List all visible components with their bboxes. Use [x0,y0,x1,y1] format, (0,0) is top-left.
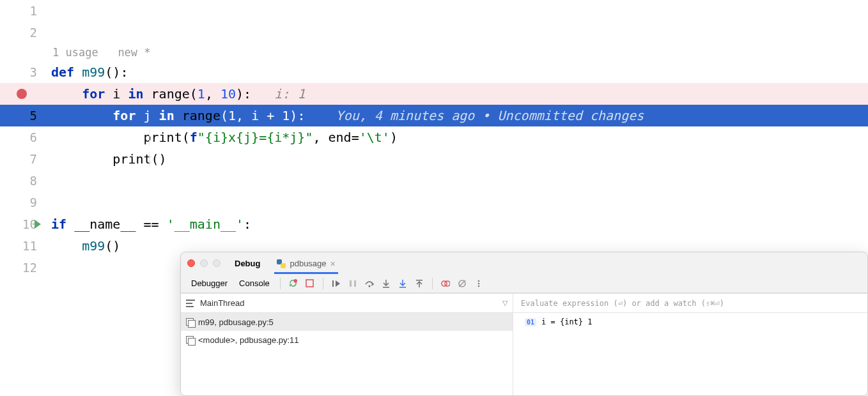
author-hint[interactable]: new * [118,46,150,59]
frames-panel: MainThread ▽ m99, pdbusage.py:5 <module>… [181,294,513,395]
svg-point-5 [368,285,370,287]
svg-rect-3 [350,280,352,287]
window-minimize-icon[interactable] [200,259,208,267]
step-over-button[interactable] [363,277,376,290]
line-number[interactable]: 3 [0,65,49,79]
svg-rect-1 [306,280,313,287]
stack-frame[interactable]: m99, pdbusage.py:5 [181,313,513,331]
view-breakpoints-button[interactable] [439,277,452,290]
debug-tool-window[interactable]: Debug pdbusage × Debugger Console [180,252,868,396]
line-number[interactable]: 6 [0,130,49,144]
svg-rect-7 [399,287,406,288]
svg-point-13 [478,280,479,281]
mute-breakpoints-button[interactable] [456,277,469,290]
close-tab-icon[interactable]: × [330,259,336,269]
run-gutter-icon[interactable] [35,220,41,229]
variable-row[interactable]: 01 i = {int} 1 [513,313,867,331]
pause-button[interactable] [346,277,359,290]
svg-rect-6 [383,287,389,288]
stop-button[interactable] [304,277,316,290]
thread-icon [186,300,195,307]
inline-variable-hint: i: 1 [274,86,305,102]
window-close-icon[interactable] [187,259,195,267]
line-number[interactable]: 5 [0,109,49,123]
svg-rect-2 [332,280,334,287]
usage-hint[interactable]: 1 usage [52,46,98,59]
debug-toolbar: Debugger Console [181,274,867,293]
window-zoom-icon[interactable] [213,259,221,267]
svg-point-0 [294,279,298,283]
variable-type-badge: 01 [525,318,536,326]
stack-frame-icon [186,318,194,326]
subtab-debugger[interactable]: Debugger [187,277,231,289]
svg-point-10 [445,281,450,286]
rerun-button[interactable] [287,277,300,290]
chevron-down-icon: ▽ [502,299,508,307]
thread-selector[interactable]: MainThread ▽ [181,294,513,313]
svg-rect-8 [416,280,422,281]
tab-run-config[interactable]: pdbusage × [274,255,337,274]
git-blame-hint: You, 4 minutes ago • Uncommitted changes [336,108,644,123]
svg-point-14 [478,282,479,284]
line-number[interactable]: 9 [0,195,49,209]
subtab-console[interactable]: Console [235,277,274,289]
step-out-button[interactable] [413,277,426,290]
debug-window-titlebar[interactable]: Debug pdbusage × [181,252,867,274]
svg-point-15 [478,285,479,286]
line-number[interactable]: 8 [0,174,49,188]
python-file-icon [277,259,286,268]
line-number[interactable]: 10 [0,217,49,231]
more-actions-button[interactable] [472,277,485,290]
step-into-my-code-button[interactable] [396,277,409,290]
evaluate-expression-input[interactable]: Evaluate expression (⏎) or add a watch (… [513,294,867,313]
code-editor[interactable]: 1 2 1 usage new * 3 def m99(): for i in … [0,0,868,278]
line-number[interactable]: 11 [0,239,49,253]
step-into-button[interactable] [380,277,392,290]
line-number[interactable]: 1 [0,4,49,18]
line-number[interactable]: 12 [0,261,49,275]
resume-button[interactable] [330,277,343,290]
variables-panel: Evaluate expression (⏎) or add a watch (… [513,294,867,395]
line-number[interactable]: 2 [0,26,49,40]
tab-debug[interactable]: Debug [232,255,263,274]
stack-frame[interactable]: <module>, pdbusage.py:11 [181,331,513,349]
svg-rect-4 [354,280,356,287]
breakpoint-icon[interactable] [17,89,27,99]
line-number[interactable]: 7 [0,152,49,166]
stack-frame-icon [186,336,194,344]
